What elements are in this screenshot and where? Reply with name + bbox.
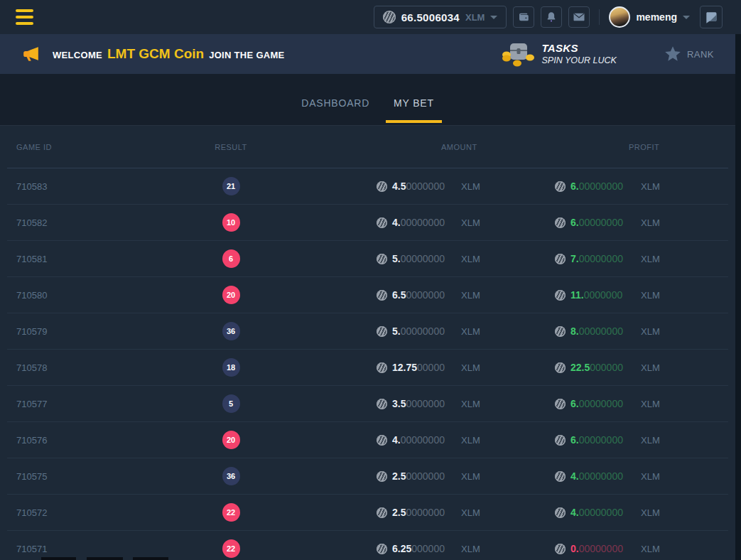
chat-bubble-icon bbox=[704, 10, 718, 24]
tasks-title: TASKS bbox=[542, 42, 617, 55]
table-row: 710578 18 12.7500000 XLM 22.5000000 XLM bbox=[7, 350, 728, 386]
caret-down-icon bbox=[490, 16, 497, 19]
profit-unit: XLM bbox=[641, 362, 660, 373]
xlm-coin-icon bbox=[555, 181, 566, 192]
result-badge: 22 bbox=[222, 539, 240, 558]
profit-value: 22.5000000 bbox=[570, 362, 636, 373]
profit-cell: 4.00000000 XLM bbox=[533, 470, 728, 482]
game-id: 710580 bbox=[7, 290, 163, 301]
profit-main: 6. bbox=[570, 181, 579, 192]
chat-toggle-button[interactable] bbox=[700, 6, 723, 28]
profit-unit: XLM bbox=[641, 435, 660, 446]
profit-cell: 6.00000000 XLM bbox=[533, 217, 728, 228]
amount-main: 3.5 bbox=[392, 398, 406, 409]
welcome-suffix: JOIN THE GAME bbox=[209, 50, 284, 60]
table-row: 710571 22 6.25000000 XLM 0.00000000 XLM bbox=[7, 531, 728, 560]
amount-zeros: 0000000 bbox=[406, 289, 445, 301]
tasks-subtitle: SPIN YOUR LUCK bbox=[542, 55, 617, 67]
result-badge: 18 bbox=[222, 358, 240, 377]
profit-zeros: 000000 bbox=[590, 362, 623, 373]
notifications-button[interactable] bbox=[541, 6, 562, 28]
tasks-shortcut[interactable]: TASKS SPIN YOUR LUCK bbox=[501, 40, 617, 68]
messages-button[interactable] bbox=[568, 6, 590, 28]
result-badge: 36 bbox=[222, 322, 240, 340]
amount-cell: 12.7500000 XLM bbox=[298, 362, 533, 373]
column-header-profit: PROFIT bbox=[533, 143, 728, 151]
amount-zeros: 00000000 bbox=[401, 434, 445, 446]
game-id: 710581 bbox=[7, 254, 163, 264]
hamburger-menu-icon[interactable] bbox=[16, 9, 33, 25]
profit-zeros: 00000000 bbox=[579, 253, 623, 264]
game-id: 710571 bbox=[7, 544, 163, 554]
profit-unit: XLM bbox=[641, 399, 660, 409]
rank-shortcut[interactable]: RANK bbox=[664, 45, 714, 63]
amount-cell: 6.25000000 XLM bbox=[298, 543, 533, 554]
game-id: 710577 bbox=[7, 399, 163, 409]
profit-main: 8. bbox=[570, 325, 579, 337]
result-badge: 20 bbox=[222, 286, 240, 304]
user-menu[interactable]: memeng bbox=[609, 6, 690, 28]
amount-cell: 3.50000000 XLM bbox=[298, 398, 533, 409]
cutoff-element bbox=[87, 557, 123, 560]
amount-value: 2.50000000 bbox=[392, 470, 456, 482]
profit-zeros: 00000000 bbox=[579, 507, 623, 518]
amount-cell: 5.00000000 XLM bbox=[298, 253, 533, 264]
amount-cell: 2.50000000 XLM bbox=[298, 507, 533, 518]
table-row: 710576 20 4.00000000 XLM 6.00000000 XLM bbox=[7, 422, 728, 458]
amount-unit: XLM bbox=[461, 326, 480, 337]
amount-main: 4. bbox=[392, 434, 401, 446]
amount-unit: XLM bbox=[461, 217, 480, 228]
amount-main: 12.75 bbox=[392, 362, 417, 373]
amount-value: 2.50000000 bbox=[392, 507, 456, 518]
game-id: 710572 bbox=[7, 507, 163, 518]
profit-zeros: 00000000 bbox=[579, 325, 623, 337]
amount-zeros: 0000000 bbox=[406, 470, 445, 482]
xlm-coin-icon bbox=[377, 544, 387, 554]
balance-selector[interactable]: 66.5006034 XLM bbox=[374, 6, 507, 28]
profit-value: 6.00000000 bbox=[570, 181, 636, 192]
table-row: 710583 21 4.50000000 XLM 6.00000000 XLM bbox=[7, 168, 728, 205]
result-badge: 20 bbox=[222, 431, 240, 449]
profit-unit: XLM bbox=[641, 217, 660, 228]
column-header-result: RESULT bbox=[215, 143, 247, 151]
wallet-button[interactable] bbox=[513, 6, 534, 28]
user-name: memeng bbox=[636, 11, 677, 23]
my-bet-table: GAME ID RESULT AMOUNT PROFIT 710583 21 4… bbox=[0, 126, 735, 560]
xlm-coin-icon bbox=[377, 362, 387, 373]
column-header-amount: AMOUNT bbox=[298, 143, 533, 151]
mail-icon bbox=[573, 11, 585, 23]
table-row: 710577 5 3.50000000 XLM 6.00000000 XLM bbox=[7, 386, 728, 422]
caret-down-icon bbox=[683, 16, 690, 19]
amount-main: 2.5 bbox=[392, 507, 406, 518]
profit-value: 8.00000000 bbox=[570, 325, 636, 337]
amount-value: 5.00000000 bbox=[392, 253, 456, 264]
profit-zeros: 00000000 bbox=[579, 470, 623, 482]
game-id: 710582 bbox=[7, 217, 163, 228]
xlm-coin-icon bbox=[555, 471, 566, 482]
xlm-coin-icon bbox=[555, 435, 566, 446]
profit-main: 7. bbox=[570, 253, 579, 264]
profit-main: 4. bbox=[570, 507, 579, 518]
profit-value: 6.00000000 bbox=[570, 398, 636, 409]
amount-main: 5. bbox=[392, 325, 401, 337]
welcome-prefix: WELCOME bbox=[53, 50, 102, 60]
amount-cell: 5.00000000 XLM bbox=[298, 325, 533, 337]
profit-unit: XLM bbox=[641, 290, 660, 301]
profit-main: 4. bbox=[570, 470, 579, 482]
tab-dashboard[interactable]: DASHBOARD bbox=[293, 81, 377, 125]
xlm-coin-icon bbox=[377, 326, 387, 337]
amount-value: 4.00000000 bbox=[392, 434, 456, 446]
table-row: 710572 22 2.50000000 XLM 4.00000000 XLM bbox=[7, 495, 728, 531]
profit-zeros: 00000000 bbox=[579, 181, 623, 192]
xlm-coin-icon bbox=[377, 399, 387, 409]
wallet-icon bbox=[517, 11, 530, 23]
profit-value: 4.00000000 bbox=[570, 507, 636, 518]
tab-my-bet[interactable]: MY BET bbox=[386, 81, 442, 125]
profit-unit: XLM bbox=[641, 507, 660, 518]
user-avatar bbox=[609, 6, 630, 28]
table-row: 710575 36 2.50000000 XLM 4.00000000 XLM bbox=[7, 458, 728, 495]
amount-unit: XLM bbox=[461, 181, 480, 192]
xlm-coin-icon bbox=[377, 181, 387, 192]
profit-main: 6. bbox=[570, 217, 579, 228]
profit-cell: 6.00000000 XLM bbox=[533, 434, 728, 446]
